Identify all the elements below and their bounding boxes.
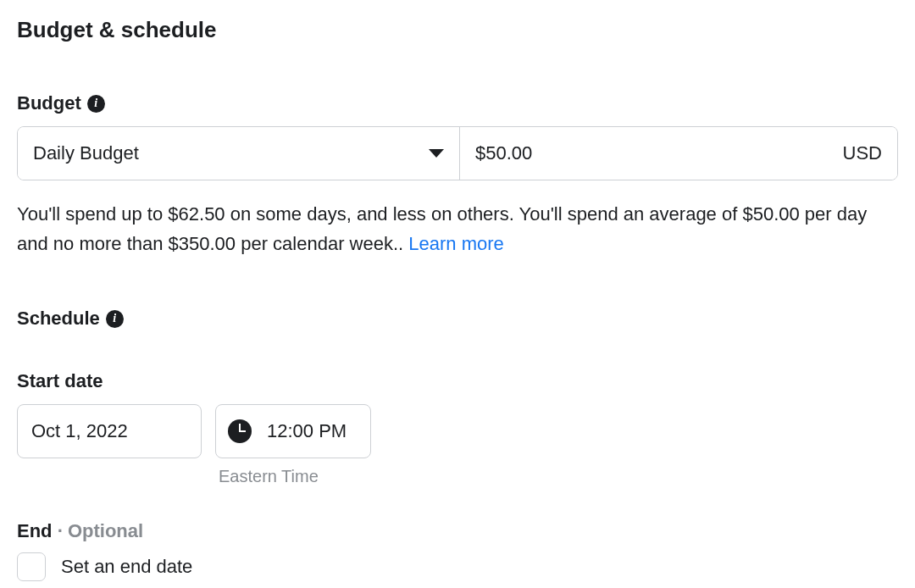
budget-type-value: Daily Budget	[33, 142, 139, 164]
start-date-value: Oct 1, 2022	[31, 420, 128, 442]
budget-amount-input[interactable]	[475, 142, 843, 164]
budget-currency: USD	[843, 142, 882, 164]
end-label: End	[17, 520, 53, 541]
clock-icon	[228, 419, 252, 443]
end-optional-label: Optional	[68, 520, 143, 541]
end-label-row: End · Optional	[17, 520, 898, 542]
section-title: Budget & schedule	[17, 17, 898, 43]
timezone-label: Eastern Time	[215, 467, 371, 486]
learn-more-link[interactable]: Learn more	[408, 233, 504, 254]
start-date-input[interactable]: Oct 1, 2022	[17, 404, 202, 458]
budget-helper-text: You'll spend up to $62.50 on some days, …	[17, 199, 898, 258]
budget-type-dropdown[interactable]: Daily Budget	[18, 127, 460, 180]
info-icon[interactable]: i	[106, 310, 124, 328]
end-label-separator: ·	[58, 520, 68, 541]
info-icon[interactable]: i	[87, 95, 105, 113]
schedule-label: Schedule	[17, 308, 100, 330]
start-datetime-row: Oct 1, 2022 12:00 PM Eastern Time	[17, 404, 898, 486]
end-date-checkbox[interactable]	[17, 552, 46, 581]
budget-row: Daily Budget USD	[17, 126, 898, 180]
end-date-checkbox-row: Set an end date	[17, 552, 898, 581]
budget-label: Budget	[17, 92, 81, 114]
end-date-checkbox-label: Set an end date	[61, 556, 192, 578]
chevron-down-icon	[429, 149, 444, 158]
start-time-value: 12:00 PM	[267, 420, 347, 442]
budget-label-row: Budget i	[17, 92, 898, 114]
start-date-label: Start date	[17, 370, 898, 392]
start-time-input[interactable]: 12:00 PM	[215, 404, 371, 458]
budget-amount-field[interactable]: USD	[460, 127, 897, 180]
schedule-label-row: Schedule i	[17, 308, 898, 330]
